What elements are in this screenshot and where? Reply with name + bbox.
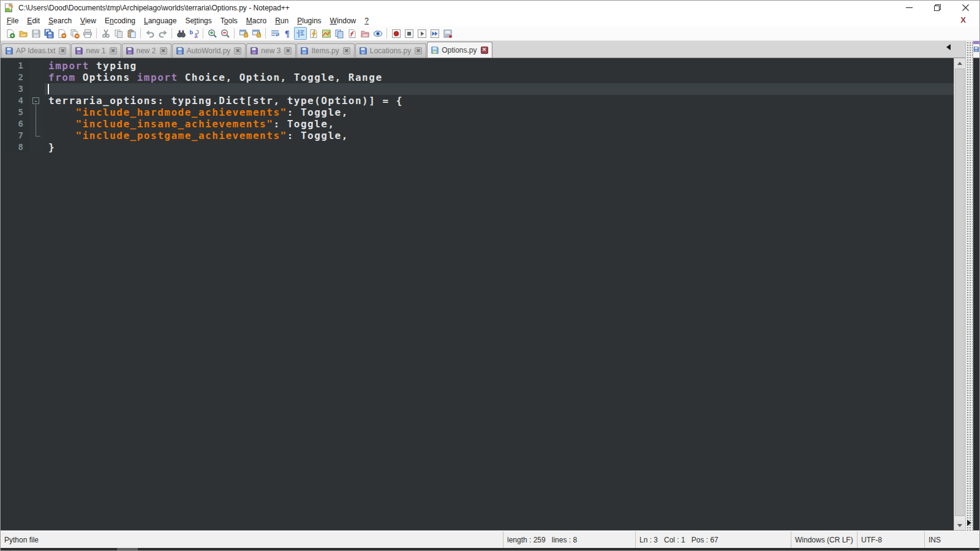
menu-view[interactable]: View: [76, 16, 100, 26]
tab-close-icon[interactable]: ✕: [481, 47, 488, 54]
print-icon[interactable]: [81, 27, 94, 40]
sync-horizontal-scroll-icon[interactable]: [250, 27, 263, 40]
menu-plugins[interactable]: Plugins: [293, 16, 325, 26]
tab-autoworld-py[interactable]: AutoWorld.py✕: [172, 43, 246, 58]
taskbar-edge-highlight: [117, 548, 138, 550]
tab-close-icon[interactable]: ✕: [160, 47, 167, 54]
scroll-down-arrow-icon: [957, 524, 962, 527]
menu-settings[interactable]: Settings: [181, 16, 216, 26]
save-icon[interactable]: [29, 27, 42, 40]
paste-icon[interactable]: [125, 27, 138, 40]
tab-new-1[interactable]: new 1✕: [71, 43, 121, 58]
user-defined-language-icon[interactable]: [307, 27, 320, 40]
scrollbar-track[interactable]: [954, 69, 965, 520]
menu-run[interactable]: Run: [271, 16, 293, 26]
code-line[interactable]: 7 "include_postgame_achievements": Toggl…: [1, 130, 954, 141]
line-number: 6: [1, 118, 29, 130]
line-number: 3: [1, 83, 29, 95]
open-file-icon[interactable]: [17, 27, 29, 40]
close-button[interactable]: [951, 1, 979, 15]
fold-margin: [29, 72, 45, 83]
code-line-text[interactable]: "include_insane_achievements": Toggle,: [45, 118, 954, 130]
menu-macro[interactable]: Macro: [242, 16, 271, 26]
tab-locations-py[interactable]: Locations.py✕: [355, 43, 426, 58]
document-map-icon[interactable]: [320, 27, 333, 40]
macro-play-icon[interactable]: [415, 27, 428, 40]
code-line[interactable]: 4-terraria_options: typing.Dict[str, typ…: [1, 95, 954, 107]
macro-record-icon[interactable]: [390, 27, 402, 40]
tab-close-icon[interactable]: ✕: [234, 47, 241, 54]
zoom-in-icon[interactable]: [206, 27, 219, 40]
tab-scroll-left-icon[interactable]: [946, 44, 951, 50]
indent-guide-icon[interactable]: [294, 27, 307, 40]
cut-icon[interactable]: [99, 27, 112, 40]
tab-close-icon[interactable]: ✕: [343, 47, 350, 54]
code-line-text[interactable]: terraria_options: typing.Dict[str, type(…: [45, 95, 954, 107]
new-file-icon[interactable]: [4, 27, 17, 40]
tab-options-py[interactable]: Options.py✕: [427, 42, 492, 58]
menu-file[interactable]: File: [2, 16, 23, 26]
editor: 1import typing2from Options import Choic…: [1, 58, 965, 531]
tab-close-icon[interactable]: ✕: [415, 47, 422, 54]
menu-window[interactable]: Window: [326, 16, 361, 26]
undo-icon[interactable]: [143, 27, 156, 40]
tab-new-3[interactable]: new 3✕: [246, 43, 296, 58]
code-line[interactable]: 8}: [1, 141, 954, 153]
monitoring-icon[interactable]: [371, 27, 384, 40]
code-line[interactable]: 3: [1, 83, 954, 95]
menu-edit[interactable]: Edit: [23, 16, 44, 26]
macro-save-icon[interactable]: [441, 27, 454, 40]
code-line[interactable]: 1import typing: [1, 60, 954, 72]
code-line-text[interactable]: from Options import Choice, Option, Togg…: [45, 72, 954, 83]
minimize-button[interactable]: [895, 1, 923, 15]
tab-items-py[interactable]: Items.py✕: [296, 43, 354, 58]
scrollbar-thumb[interactable]: [955, 69, 965, 516]
menu-search[interactable]: Search: [44, 16, 76, 26]
zoom-out-icon[interactable]: [219, 27, 232, 40]
code-line[interactable]: 5 "include_hardmode_achievements": Toggl…: [1, 107, 954, 118]
document-close-x-icon[interactable]: X: [960, 15, 966, 24]
folder-as-workspace-icon[interactable]: [358, 27, 371, 40]
fold-collapse-icon[interactable]: -: [32, 97, 39, 104]
menu-?[interactable]: ?: [360, 16, 373, 26]
code-line-text[interactable]: "include_hardmode_achievements": Toggle,: [45, 107, 954, 118]
macro-run-multiple-icon[interactable]: [428, 27, 441, 40]
function-list-icon[interactable]: [345, 27, 358, 40]
copy-icon[interactable]: [112, 27, 125, 40]
tab-close-icon[interactable]: ✕: [284, 47, 292, 54]
document-list-icon[interactable]: [333, 27, 345, 40]
tab-label: new 3: [261, 47, 281, 55]
code-line[interactable]: 2from Options import Choice, Option, Tog…: [1, 72, 954, 83]
toolbar-separator: [172, 28, 172, 39]
tab-close-icon[interactable]: ✕: [59, 47, 66, 54]
fold-margin-box[interactable]: -: [29, 95, 45, 107]
replace-icon[interactable]: ba: [187, 27, 200, 40]
redo-icon[interactable]: [156, 27, 169, 40]
macro-stop-icon[interactable]: [402, 27, 415, 40]
code-line-text[interactable]: "include_postgame_achievements": Toggle,: [45, 130, 954, 141]
restore-button[interactable]: [923, 1, 951, 15]
menu-language[interactable]: Language: [140, 16, 181, 26]
tab-close-icon[interactable]: ✕: [110, 47, 117, 54]
code-line[interactable]: 6 "include_insane_achievements": Toggle,: [1, 118, 954, 130]
sync-vertical-scroll-icon[interactable]: [237, 27, 250, 40]
find-icon[interactable]: [175, 27, 187, 40]
close-file-icon[interactable]: [55, 27, 68, 40]
save-all-icon[interactable]: [42, 27, 55, 40]
show-all-characters-icon[interactable]: ¶: [281, 27, 294, 40]
tab-ap-ideas-txt[interactable]: AP Ideas.txt✕: [1, 43, 70, 58]
scroll-down-button[interactable]: [954, 520, 965, 531]
code-line-text[interactable]: [45, 83, 954, 95]
menu-encoding[interactable]: Encoding: [100, 16, 140, 26]
menu-tools[interactable]: Tools: [216, 16, 242, 26]
fold-margin-line: [29, 118, 45, 130]
tab-new-2[interactable]: new 2✕: [122, 43, 172, 58]
scroll-up-button[interactable]: [954, 58, 965, 69]
code-line-text[interactable]: }: [45, 141, 954, 153]
close-all-icon[interactable]: [68, 27, 81, 40]
code-region[interactable]: 1import typing2from Options import Choic…: [1, 58, 954, 531]
vertical-scrollbar[interactable]: [954, 58, 965, 531]
code-line-text[interactable]: import typing: [45, 60, 954, 72]
word-wrap-icon[interactable]: [268, 27, 281, 40]
view-splitter[interactable]: [965, 41, 973, 531]
